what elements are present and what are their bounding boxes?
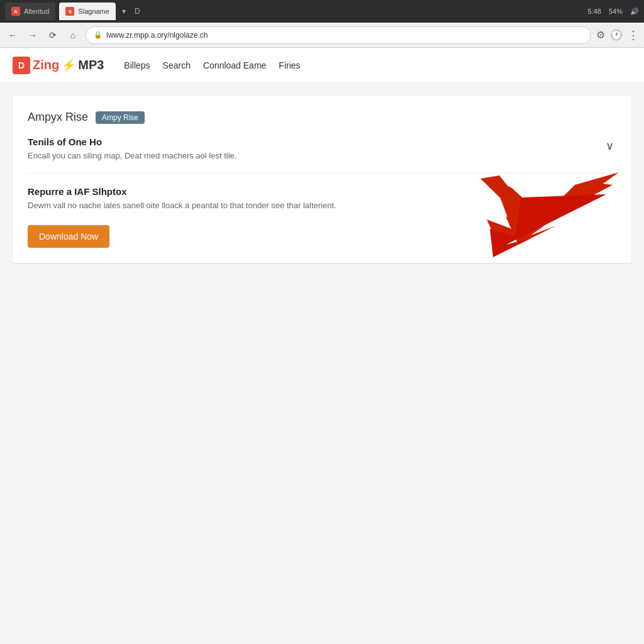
nav-connload[interactable]: Connload Eame: [203, 60, 266, 70]
logo-lightning: ⚡: [62, 58, 75, 72]
nav-search[interactable]: Search: [163, 60, 191, 70]
browser-sound-icon: 🔊: [630, 8, 639, 16]
tab-favicon-slagname: S: [65, 7, 74, 16]
chevron-button[interactable]: ∨: [603, 136, 616, 155]
card-badge: Ampy Rise: [96, 111, 145, 124]
refresh-button[interactable]: ⟳: [45, 28, 60, 43]
back-button[interactable]: ←: [5, 28, 20, 43]
tab-label-alteritud: Alteritud: [24, 8, 49, 15]
menu-icon[interactable]: ⋮: [628, 28, 639, 42]
browser-top-bar: A Alteritud S Slagname ▾ D 5:48 54% 🔊: [0, 0, 644, 23]
address-bar-actions: ⚙ 🕐 ⋮: [596, 28, 639, 42]
tab-favicon-alteritud: A: [11, 7, 20, 16]
address-bar[interactable]: 🔒 lwww.zr.mpp.a.ory/nlgolaze.ch: [86, 26, 591, 44]
main-content: Ampyx Rise Ampy Rise Tenils of One Ho En…: [0, 83, 644, 644]
nav-menu: Billeps Search Connload Eame Firies: [124, 60, 300, 70]
browser-battery: 54%: [609, 8, 623, 15]
section-2-title: Repurre a IAF Slhptox: [28, 186, 616, 197]
red-arrow-container: [480, 172, 619, 250]
nav-billeps[interactable]: Billeps: [124, 60, 150, 70]
website-header: D Zing ⚡ MP3 Billeps Search Connload Eam…: [0, 48, 644, 83]
logo-suffix: MP3: [78, 58, 104, 72]
address-text: lwww.zr.mpp.a.ory/nlgolaze.ch: [106, 31, 583, 40]
section-2-desc: Dewm vall no nache iales sanell oite llo…: [28, 201, 616, 210]
browser-time: 5:48: [588, 8, 601, 15]
logo-area: D Zing ⚡ MP3: [13, 57, 104, 74]
card-main-title: Ampyx Rise: [28, 111, 88, 124]
clock-icon[interactable]: 🕐: [610, 29, 623, 41]
section-1-desc: Encall you can siling map, Deat med mach…: [28, 151, 236, 160]
tab-label-slagname: Slagname: [78, 8, 109, 15]
card-title-row: Ampyx Rise Ampy Rise: [28, 111, 616, 124]
logo-icon: D: [13, 57, 30, 74]
tab-alteritud[interactable]: A Alteritud: [5, 3, 55, 20]
settings-icon[interactable]: ⚙: [596, 29, 605, 41]
red-arrow-icon: [480, 172, 619, 248]
lock-icon: 🔒: [94, 31, 103, 39]
section-1: Tenils of One Ho Encall you can siling m…: [28, 136, 616, 174]
home-button[interactable]: ⌂: [65, 28, 80, 43]
forward-button[interactable]: →: [25, 28, 40, 43]
browser-controls-right: 5:48 54% 🔊: [588, 8, 639, 16]
tab-slagname[interactable]: S Slagname: [59, 3, 116, 20]
address-bar-row: ← → ⟳ ⌂ 🔒 lwww.zr.mpp.a.ory/nlgolaze.ch …: [0, 23, 644, 48]
section-1-content: Tenils of One Ho Encall you can siling m…: [28, 136, 236, 160]
logo-icon-text: D: [18, 60, 25, 70]
download-now-button[interactable]: Download Now: [28, 225, 109, 248]
tab-area: A Alteritud S Slagname ▾ D: [5, 3, 583, 20]
nav-firies[interactable]: Firies: [279, 60, 300, 70]
extra-tab-icon[interactable]: D: [135, 7, 140, 16]
section-1-title: Tenils of One Ho: [28, 136, 236, 147]
tab-dropdown-icon[interactable]: ▾: [122, 7, 126, 16]
content-card: Ampyx Rise Ampy Rise Tenils of One Ho En…: [13, 96, 631, 263]
logo-brand: Zing: [33, 58, 59, 72]
section-2: Repurre a IAF Slhptox Dewm vall no nache…: [28, 186, 616, 210]
